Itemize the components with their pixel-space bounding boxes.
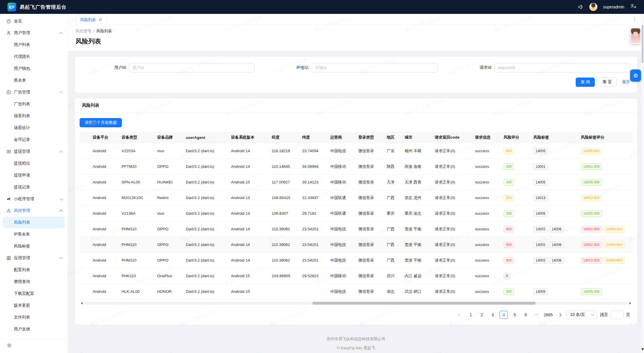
- sidebar-item-home[interactable]: 首页: [0, 16, 68, 27]
- sidebar-subitem[interactable]: 用户列表: [3, 39, 65, 51]
- pagination-next[interactable]: [556, 311, 564, 319]
- refresh-icon[interactable]: [98, 18, 102, 22]
- table-cell: success: [471, 253, 500, 268]
- sidebar-subitem[interactable]: 风险列表: [3, 217, 65, 228]
- column-header: userAgent: [182, 132, 227, 143]
- pagination-page-2685[interactable]: 2685: [544, 311, 553, 319]
- sidebar-item-app-mgmt[interactable]: 应用管理: [0, 252, 68, 264]
- risk-tag: 14002: [533, 257, 548, 264]
- username[interactable]: superadmin: [603, 5, 624, 9]
- page-size-select[interactable]: 10 条/页: [567, 310, 597, 319]
- sidebar-subitem[interactable]: 黑名单: [3, 75, 65, 86]
- pagination-page-1[interactable]: 1: [467, 311, 475, 319]
- vertical-scroll-thumb[interactable]: [642, 25, 643, 63]
- sidebar-item-withdraw-mgmt[interactable]: 提现管理: [0, 146, 68, 157]
- table-row[interactable]: AndroidPHM110OPPODart/3.2 (dart:io)Andro…: [80, 237, 632, 253]
- table-cell: 请求正常(0): [431, 159, 471, 174]
- table-cell: HONOR: [153, 284, 182, 299]
- scroll-right-icon[interactable]: [630, 302, 632, 305]
- query-button[interactable]: 查 询: [576, 78, 595, 87]
- scroll-left-icon[interactable]: [80, 302, 82, 305]
- table-row[interactable]: AndroidHLK-AL00HONORDart/3.2 (dart:io)An…: [80, 284, 632, 299]
- risk-tag: 14013: [533, 195, 548, 201]
- table-cell: 微信登录: [354, 190, 383, 206]
- table-cell: Dart/3.2 (dart:io): [182, 159, 227, 174]
- sidebar-subitem[interactable]: 提现申请: [3, 170, 65, 181]
- table-row[interactable]: AndroidPHM110OPPODart/3.2 (dart:io)Andro…: [80, 253, 632, 268]
- sidebar-subitem[interactable]: 场景统计: [3, 122, 65, 134]
- expand-link[interactable]: 展开: [622, 80, 630, 85]
- sidebar-subitem[interactable]: 广告列表: [3, 98, 65, 110]
- clear-old-data-button[interactable]: 清空三个月前数据: [80, 118, 122, 127]
- profile-sticker[interactable]: [630, 28, 641, 44]
- userid-input[interactable]: [129, 63, 255, 72]
- pagination-page-3[interactable]: 3: [489, 311, 497, 319]
- pagination-prev[interactable]: [456, 311, 464, 319]
- sidebar-item-risk-mgmt[interactable]: 风控管理: [0, 205, 68, 216]
- sidebar-item-miniprogram-mgmt[interactable]: 小程序管理: [0, 193, 68, 205]
- settings-gear-button[interactable]: ⚙: [630, 69, 641, 82]
- pagination-ellipsis[interactable]: •••: [533, 311, 541, 319]
- sidebar-subitem[interactable]: 版本更新: [3, 300, 65, 311]
- sidebar-item-label: 风控管理: [14, 208, 30, 213]
- sidebar-subitem[interactable]: 金币记录: [3, 134, 65, 146]
- risk-tag: 14002:900: [581, 257, 602, 264]
- vertical-scrollbar[interactable]: [641, 14, 644, 353]
- sidebar-subitem[interactable]: 风险标签: [3, 240, 65, 252]
- sidebar-subitem[interactable]: 下载页配置: [3, 288, 65, 299]
- sidebar-subitem[interactable]: IP黑名单: [3, 229, 65, 240]
- risk-score-cell: 300: [500, 206, 529, 221]
- horizontal-scroll-thumb[interactable]: [312, 302, 536, 305]
- sidebar-subitem[interactable]: 文件列表: [3, 312, 65, 323]
- reset-button[interactable]: 重 置: [598, 78, 617, 87]
- pagination-page-5[interactable]: 5: [511, 311, 519, 319]
- sidebar-subitem[interactable]: 代理团长: [3, 51, 65, 62]
- table-row[interactable]: AndroidSPN-AL00HUAWEIDart/3.2 (dart:io)A…: [80, 174, 632, 190]
- sidebar-item-ad-mgmt[interactable]: 广告管理: [0, 87, 68, 98]
- sidebar-subitem[interactable]: 用户反馈: [3, 323, 65, 335]
- table-cell: 中国电信: [326, 284, 354, 299]
- table-cell: 陕西: [383, 159, 401, 174]
- risk-tag: 14005: [533, 148, 548, 154]
- table-row[interactable]: AndroidV2136AvivoDart/3.2 (dart:io)Andro…: [80, 206, 632, 221]
- announcement-icon[interactable]: [577, 4, 584, 10]
- table-row[interactable]: AndroidPHM110OPPODart/3.2 (dart:io)Andro…: [80, 221, 632, 237]
- sidebar-subitem[interactable]: 用户钱包: [3, 63, 65, 74]
- risk-tags-cell: 14005: [529, 206, 577, 221]
- table-cell: 四川: [383, 268, 401, 284]
- sidebar-subitem[interactable]: 配置列表: [3, 264, 65, 276]
- risk-tags-cell: [529, 268, 577, 284]
- tab-more-icon[interactable]: ⋮: [630, 16, 639, 22]
- horizontal-scrollbar[interactable]: [84, 302, 628, 305]
- sidebar-subitem[interactable]: 提现记录: [3, 181, 65, 193]
- table-row[interactable]: AndroidV2203AvivoDart/3.2 (dart:io)Andro…: [80, 143, 632, 159]
- risk-score-cell: 0: [500, 268, 529, 284]
- sidebar-subitem[interactable]: 提现档位: [3, 158, 65, 169]
- tab-risk-list[interactable]: 风险列表: [76, 15, 107, 25]
- table-cell: 崇左 龙州: [401, 190, 431, 206]
- ip-input[interactable]: [312, 63, 437, 72]
- sidebar-item-user-mgmt[interactable]: 用户管理: [0, 27, 68, 39]
- table-cell: 广西: [383, 190, 401, 206]
- jump-page-input[interactable]: [610, 310, 624, 319]
- requestid-input[interactable]: [495, 63, 630, 72]
- risk-tag: 600: [504, 148, 514, 154]
- tab-bar: 风险列表 ⋮: [68, 14, 644, 25]
- translate-icon[interactable]: 文A: [630, 4, 636, 10]
- pagination-page-6[interactable]: 6: [522, 311, 530, 319]
- scroll-down-icon[interactable]: [641, 348, 644, 352]
- collapse-sidebar-icon[interactable]: [7, 343, 12, 349]
- table-row[interactable]: AndroidPHK110OnePlusDart/3.2 (dart:io)An…: [80, 268, 632, 284]
- table-row[interactable]: AndroidPFTM20OPPODart/3.2 (dart:io)Andro…: [80, 159, 632, 174]
- column-header: 请求信息: [471, 132, 500, 143]
- sidebar-subitem[interactable]: 场景列表: [3, 110, 65, 122]
- pagination-page-2[interactable]: 2: [478, 311, 486, 319]
- sidebar-subitem[interactable]: 费用查询: [3, 276, 65, 288]
- pagination-page-4[interactable]: 4: [500, 311, 508, 319]
- risk-tag: 300: [504, 210, 514, 217]
- breadcrumb-parent[interactable]: 风控管理: [76, 29, 91, 33]
- sidebar: 首页用户管理用户列表代理团长用户钱包黑名单广告管理广告列表场景列表场景统计金币记…: [0, 14, 68, 353]
- table-row[interactable]: AndroidM2012K10CRedmiDart/3.2 (dart:io)A…: [80, 190, 632, 206]
- risk-tag: 900: [504, 257, 514, 264]
- user-avatar[interactable]: [589, 3, 597, 11]
